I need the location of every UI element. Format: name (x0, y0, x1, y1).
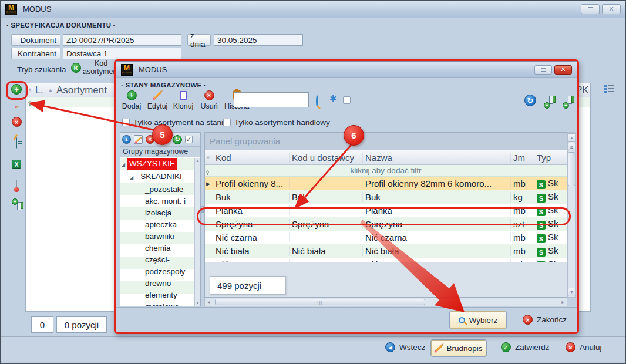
col-kod-u-dostawcy[interactable]: Kod u dostawcy (290, 153, 363, 163)
tree-item[interactable]: _pozostałe (120, 184, 194, 196)
search-settings-icon[interactable]: ✱ (329, 93, 337, 104)
header-asterisk-icon[interactable]: ✳ (205, 155, 213, 160)
col-nazwa[interactable]: Nazwa (363, 153, 511, 163)
table-row[interactable]: SprężynaSprężynaSprężynasztSSk (205, 217, 567, 231)
cell-nazwa: Profil okienny 82mm 6 komoro... (363, 178, 511, 188)
search-option-checkbox[interactable] (343, 96, 351, 104)
table-row[interactable]: Nić czarnaNić czarnambSSk (205, 231, 567, 244)
edit-note-button[interactable] (16, 138, 17, 149)
page-title: · SPECYFIKACJA DOKUMENTU · (6, 22, 116, 29)
zakoncz-button[interactable]: × Zakończ (523, 315, 567, 325)
wybierz-button[interactable]: Wybierz (450, 311, 506, 329)
wstecz-button[interactable]: ◀ Wstecz (385, 342, 425, 352)
tree-item[interactable]: drewno (120, 278, 194, 289)
dodaj-button[interactable]: + Dodaj (121, 90, 142, 110)
usun-button[interactable]: × Usuń (198, 90, 220, 110)
add-row-button[interactable]: + (11, 84, 22, 95)
tree-item[interactable]: części-podzespoły (120, 254, 194, 278)
table-row[interactable]: Nić białaNić białaNić białambSSk (205, 244, 567, 258)
cell-typ: SSk (534, 205, 567, 217)
search-icon[interactable] (316, 95, 318, 107)
only-on-stock-filter[interactable]: Tylko asortyment na stanie (122, 118, 228, 127)
header-asterisk-icon[interactable]: ✳ (26, 87, 34, 93)
tree-scrollbar[interactable]: ▲▼ (194, 158, 200, 306)
modal-close-button[interactable]: ✕ (554, 65, 572, 75)
cell-kod: Nić biała (213, 246, 290, 256)
cell-nazwa: Buk (363, 192, 511, 202)
vscroll-thumb[interactable] (568, 152, 575, 186)
cell-typ: SSk (534, 245, 567, 257)
tree-item[interactable]: elementy metalowe (120, 289, 194, 306)
group-panel[interactable]: Panel grupowania (205, 133, 567, 150)
search-icon (459, 317, 465, 323)
tree-check-all-checkbox[interactable]: ✓ (185, 136, 193, 143)
kontrahent-field[interactable]: Dostawca 1 (63, 48, 181, 59)
tree-add-button[interactable]: + (122, 135, 131, 144)
column-chooser-icon[interactable] (604, 85, 614, 93)
delete-row-button[interactable]: × (12, 117, 22, 127)
table-hscrollbar[interactable]: ◄ ||| ► (204, 298, 567, 306)
only-commercial-filter[interactable]: Tylko asortyment handlowy (223, 118, 330, 127)
tree-refresh-button[interactable]: ↻ (173, 135, 182, 144)
cell-jm: szt (511, 219, 534, 229)
table-vscrollbar[interactable]: ▲ ≡ ▼ (567, 132, 576, 298)
modal-title: MODUS (139, 65, 167, 74)
table-row[interactable]: ▶Profil okienny 8...Profil okienny 82mm … (205, 177, 567, 190)
modal-search-input[interactable] (234, 92, 309, 107)
annotation-balloon-6: 6 (344, 125, 364, 146)
sort-asc-icon: ▲ (48, 87, 56, 93)
col-kod[interactable]: Kod (213, 153, 290, 163)
warehouse-groups-panel: + × ↻ ✓ Grupy magazynowe ◢WSZYSTKIE◢- SK… (120, 132, 201, 306)
app-logo-icon: MMODUS (121, 64, 133, 76)
tree-item[interactable]: ◢WSZYSTKIE (120, 158, 194, 171)
col-jm[interactable]: Jm (511, 153, 534, 163)
scrollbar-menu-button[interactable]: ≡ (568, 143, 575, 151)
scroll-left-icon[interactable]: ◄ (205, 300, 213, 304)
cell-jm: mb (511, 232, 534, 242)
checkbox-icon (223, 119, 231, 126)
main-footer: ◀ Wstecz Brudnopis ✓ Zatwierdź × Anuluj (1, 336, 625, 361)
tree-item[interactable]: akc. mont. i izolacja (120, 196, 194, 219)
z-dnia-field[interactable]: 30.05.2025 (214, 34, 303, 46)
klonuj-button[interactable]: Klonuj (173, 90, 194, 110)
type-s-badge-icon: S (537, 194, 546, 203)
refresh-button[interactable]: ↻ (524, 95, 536, 106)
tree-item[interactable]: ◢- SKŁADNIKI (120, 171, 194, 184)
window-title: MODUS (23, 5, 51, 14)
cell-jm: mb (511, 205, 534, 215)
cell-kod-dostawcy: Nić biała (290, 246, 363, 256)
cell-kod: Buk (213, 192, 290, 202)
anuluj-button[interactable]: × Anuluj (566, 342, 602, 352)
tree-item[interactable]: apteczka (120, 219, 194, 231)
document-alert-button[interactable] (16, 180, 17, 191)
zatwierdz-button[interactable]: ✓ Zatwierdź (501, 342, 550, 352)
table-row-pianka[interactable]: PiankaPiankambSSk (205, 204, 567, 217)
table-filter-row[interactable]: kliknij aby dodać filtr (205, 165, 567, 177)
expander-icon[interactable]: ◢ (130, 172, 136, 184)
brudnopis-button[interactable]: Brudnopis (431, 340, 486, 356)
col-lp[interactable]: L. (34, 85, 48, 96)
check-icon: ✓ (501, 342, 511, 352)
search-mode-k-icon[interactable]: K (71, 63, 81, 73)
restore-button[interactable] (581, 4, 600, 14)
warehouse-groups-tree[interactable]: ◢WSZYSTKIE◢- SKŁADNIKI_pozostałeakc. mon… (120, 158, 194, 306)
scroll-up-icon[interactable]: ▲ (568, 133, 575, 142)
tree-edit-button[interactable] (134, 135, 143, 144)
tree-item-label: drewno (145, 278, 171, 289)
cell-jm: mb (511, 178, 534, 188)
edytuj-button[interactable]: Edytuj (147, 90, 168, 110)
dokument-field[interactable]: ZD 00027/PR/2025 (63, 34, 181, 46)
expander-icon[interactable]: ◢ (122, 159, 127, 171)
table-row[interactable]: BukBukBukkgSSk (205, 190, 567, 204)
tree-item[interactable]: barwniki (120, 231, 194, 242)
tree-item-label: części-podzespoły (145, 254, 194, 278)
close-button[interactable]: ✕ (602, 4, 621, 14)
stock-table: Panel grupowania ✳ Kod Kod u dostawcy Na… (204, 132, 567, 298)
scroll-right-icon[interactable]: ► (559, 300, 567, 304)
modal-restore-button[interactable] (534, 65, 552, 75)
scroll-down-icon[interactable]: ▼ (568, 288, 575, 296)
export-excel-button[interactable]: X (12, 160, 21, 169)
col-typ[interactable]: Typ (534, 153, 567, 163)
hscroll-thumb[interactable]: ||| (215, 299, 425, 305)
tree-item[interactable]: chemia (120, 242, 194, 254)
